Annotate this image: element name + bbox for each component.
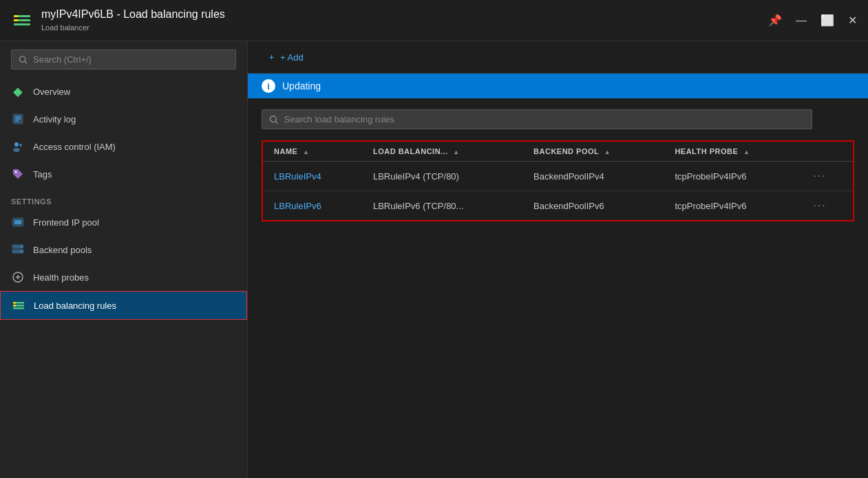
settings-section-label: SETTINGS — [0, 188, 247, 208]
sidebar-item-iam[interactable]: Access control (IAM) — [0, 133, 247, 160]
table-row: LBRuleIPv4 LBRuleIPv4 (TCP/80) BackendPo… — [262, 162, 854, 191]
sidebar-nav: ◆ Overview Activity log — [0, 78, 247, 478]
sidebar-item-overview[interactable]: ◆ Overview — [0, 78, 247, 105]
table-row: LBRuleIPv6 LBRuleIPv6 (TCP/80... Backend… — [262, 191, 854, 221]
sidebar-item-label: Overview — [33, 87, 70, 97]
lb-icon — [12, 298, 25, 312]
status-text: Updating — [282, 80, 321, 91]
svg-point-5 — [19, 56, 25, 61]
sidebar-item-label: Health probes — [33, 272, 89, 283]
table-search-input[interactable] — [284, 114, 805, 124]
row-more-options[interactable]: ··· — [813, 199, 826, 211]
svg-point-19 — [21, 246, 22, 248]
sort-icon: ▲ — [604, 149, 611, 155]
frontend-icon — [11, 215, 25, 229]
svg-rect-4 — [14, 19, 18, 21]
backend-icon — [11, 243, 25, 257]
table-header-row: NAME ▲ LOAD BALANCIN... ▲ BACKEND POOL ▲ — [262, 141, 854, 162]
row-name[interactable]: LBRuleIPv4 — [262, 162, 362, 191]
col-health-probe[interactable]: HEALTH PROBE ▲ — [664, 141, 802, 162]
page-subtitle: Load balancer — [41, 23, 89, 32]
pin-icon[interactable]: 📌 — [768, 14, 782, 27]
title-bar-controls: 📌 — ⬜ ✕ — [768, 14, 857, 27]
sort-icon: ▲ — [743, 149, 750, 155]
row-load-balancing: LBRuleIPv6 (TCP/80... — [362, 191, 522, 221]
svg-rect-3 — [14, 15, 18, 17]
table-search-box[interactable] — [262, 109, 812, 129]
row-backend-pool: BackendPoolIPv4 — [522, 162, 664, 191]
svg-point-20 — [21, 251, 22, 252]
close-icon[interactable]: ✕ — [848, 14, 857, 27]
minimize-icon[interactable]: — — [796, 14, 807, 27]
row-health-probe: tcpProbeIPv4IPv6 — [664, 191, 802, 221]
probe-icon — [11, 270, 25, 284]
table-section: NAME ▲ LOAD BALANCIN... ▲ BACKEND POOL ▲ — [248, 98, 868, 478]
app-icon — [11, 10, 33, 32]
svg-rect-28 — [13, 305, 16, 307]
sidebar-item-label: Load balancing rules — [34, 301, 116, 311]
sidebar-item-label: Backend pools — [33, 245, 92, 255]
svg-line-30 — [275, 121, 277, 123]
sort-icon: ▲ — [453, 149, 459, 155]
col-backend-pool[interactable]: BACKEND POOL ▲ — [522, 141, 664, 162]
sidebar-item-activity-log[interactable]: Activity log — [0, 105, 247, 133]
add-button[interactable]: ＋ + Add — [262, 48, 309, 66]
sidebar-item-label: Access control (IAM) — [33, 142, 116, 152]
svg-line-6 — [25, 61, 27, 63]
col-actions — [802, 141, 854, 162]
people-icon — [11, 140, 25, 153]
svg-rect-26 — [13, 307, 24, 309]
info-icon: i — [262, 79, 275, 93]
sort-icon: ▲ — [303, 149, 309, 155]
sidebar-item-label: Frontend IP pool — [33, 217, 99, 228]
add-label: + Add — [280, 52, 304, 63]
sidebar-item-tags[interactable]: Tags — [0, 160, 247, 188]
toolbar: ＋ + Add — [248, 41, 868, 74]
row-load-balancing: LBRuleIPv4 (TCP/80) — [362, 162, 522, 191]
tag-icon — [11, 167, 25, 181]
sidebar-item-backend-pools[interactable]: Backend pools — [0, 236, 247, 263]
row-more-options[interactable]: ··· — [813, 170, 826, 182]
main-content: ＋ + Add i Updating — [248, 41, 868, 478]
add-icon: ＋ — [267, 51, 276, 63]
sidebar-item-label: Activity log — [33, 114, 76, 124]
svg-rect-16 — [14, 220, 21, 224]
svg-point-11 — [14, 142, 19, 146]
sidebar-item-frontend-ip[interactable]: Frontend IP pool — [0, 208, 247, 236]
svg-rect-2 — [14, 23, 30, 25]
svg-point-14 — [15, 171, 17, 173]
title-bar-text: myIPv4IPv6LB - Load balancing rules Load… — [41, 8, 225, 33]
diamond-icon: ◆ — [11, 85, 25, 98]
table-search-icon — [269, 115, 279, 124]
sidebar-item-lb-rules[interactable]: Load balancing rules — [0, 291, 247, 320]
sidebar: ◆ Overview Activity log — [0, 41, 248, 478]
svg-point-12 — [13, 148, 20, 152]
document-icon — [11, 112, 25, 126]
svg-point-13 — [19, 144, 22, 146]
row-backend-pool: BackendPoolIPv6 — [522, 191, 664, 221]
svg-point-29 — [270, 116, 276, 122]
sidebar-search-box[interactable] — [11, 50, 236, 69]
row-health-probe: tcpProbeIPv4IPv6 — [664, 162, 802, 191]
status-bar: i Updating — [248, 74, 868, 98]
row-name[interactable]: LBRuleIPv6 — [262, 191, 362, 221]
main-layout: ◆ Overview Activity log — [0, 41, 868, 478]
page-title: myIPv4IPv6LB - Load balancing rules — [41, 8, 225, 21]
sidebar-item-health-probes[interactable]: Health probes — [0, 263, 247, 291]
title-bar: myIPv4IPv6LB - Load balancing rules Load… — [0, 0, 868, 41]
col-load-balancing[interactable]: LOAD BALANCIN... ▲ — [362, 141, 522, 162]
search-icon — [19, 55, 28, 65]
maximize-icon[interactable]: ⬜ — [821, 14, 834, 27]
col-name[interactable]: NAME ▲ — [262, 141, 362, 162]
svg-rect-27 — [13, 302, 16, 304]
sidebar-item-label: Tags — [33, 169, 52, 180]
lb-rules-table: NAME ▲ LOAD BALANCIN... ▲ BACKEND POOL ▲ — [262, 140, 854, 221]
sidebar-search-input[interactable] — [33, 54, 229, 65]
